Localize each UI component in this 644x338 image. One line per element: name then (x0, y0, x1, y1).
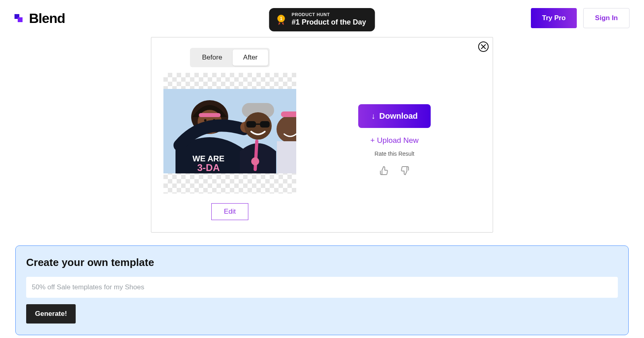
close-icon (481, 44, 486, 49)
toggle-after[interactable]: After (233, 49, 268, 66)
thumbs-up-icon (379, 166, 389, 175)
rating-thumbs (378, 165, 411, 176)
logo-text: Blend (29, 10, 65, 26)
product-hunt-title: #1 Product of the Day (291, 18, 366, 27)
svg-text:3-DA: 3-DA (197, 162, 220, 173)
svg-rect-5 (199, 113, 221, 117)
close-button[interactable] (478, 41, 489, 52)
svg-point-14 (251, 157, 259, 165)
actions-column: ↓ Download + Upload New Rate this Result (308, 48, 481, 220)
svg-rect-13 (255, 124, 261, 125)
create-template-panel: Create your own template Generate! (15, 245, 629, 335)
svg-point-6 (204, 119, 206, 122)
product-hunt-badge[interactable]: 1 PRODUCT HUNT #1 Product of the Day (269, 8, 375, 31)
logo-icon (14, 12, 26, 24)
generate-button[interactable]: Generate! (26, 304, 76, 324)
result-modal: Before After (151, 37, 493, 233)
download-button[interactable]: ↓ Download (358, 104, 431, 128)
svg-text:WE ARE: WE ARE (192, 154, 224, 163)
result-image: WE ARE 3-DA (163, 73, 296, 194)
svg-rect-17 (277, 141, 296, 173)
rate-label: Rate this Result (375, 150, 415, 157)
svg-rect-12 (260, 121, 270, 128)
download-icon: ↓ (371, 111, 375, 121)
photo-area: WE ARE 3-DA (163, 89, 296, 173)
svg-rect-16 (281, 111, 296, 117)
thumbs-up-button[interactable] (378, 165, 390, 176)
svg-text:1: 1 (280, 16, 283, 21)
product-hunt-label: PRODUCT HUNT (291, 12, 366, 18)
edit-button[interactable]: Edit (211, 203, 248, 220)
template-prompt-input[interactable] (26, 277, 618, 298)
thumbs-down-button[interactable] (399, 165, 411, 176)
medal-icon: 1 (275, 14, 287, 25)
header-buttons: Try Pro Sign In (531, 8, 630, 28)
toggle-before[interactable]: Before (192, 49, 233, 66)
thumbs-down-icon (400, 166, 410, 175)
upload-new-button[interactable]: + Upload New (370, 136, 419, 145)
try-pro-button[interactable]: Try Pro (531, 8, 577, 28)
download-label: Download (379, 111, 418, 121)
preview-column: Before After (163, 48, 296, 220)
logo[interactable]: Blend (14, 10, 65, 26)
svg-rect-11 (246, 121, 256, 128)
before-after-toggle: Before After (190, 48, 270, 67)
template-title: Create your own template (26, 256, 618, 269)
sign-in-button[interactable]: Sign In (583, 8, 630, 28)
